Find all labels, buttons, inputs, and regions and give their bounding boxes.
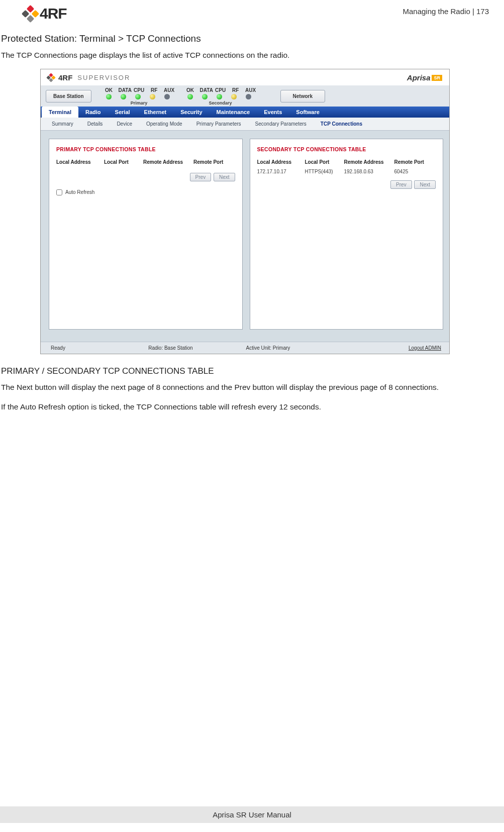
tables-subhead: PRIMARY / SECONDARY TCP CONNECTIONS TABL…	[0, 359, 504, 381]
col-remote-port: Remote Port	[394, 159, 432, 165]
led-icon	[106, 94, 112, 99]
led-icon	[246, 94, 251, 99]
next-button[interactable]: Next	[414, 180, 436, 189]
col-local-port: Local Port	[104, 159, 143, 165]
paragraph-auto-refresh: If the Auto Refresh option is ticked, th…	[0, 401, 504, 421]
paragraph-next-prev: The Next button will display the next pa…	[0, 381, 504, 401]
auto-refresh-checkbox[interactable]	[56, 189, 62, 195]
tab-terminal[interactable]: Terminal	[42, 107, 78, 118]
led-group-secondary: OK DATA CPU RF AUX	[185, 87, 256, 106]
document-body: Protected Station: Terminal > TCP Connec…	[0, 33, 504, 421]
tab-security[interactable]: Security	[173, 107, 209, 118]
table-row: 172.17.10.17 HTTPS(443) 192.168.0.63 604…	[257, 169, 436, 176]
led-col-aux: AUX	[164, 87, 175, 93]
col-remote-address: Remote Address	[344, 159, 394, 165]
auto-refresh-control[interactable]: Auto Refresh	[56, 181, 235, 195]
subtab-details[interactable]: Details	[80, 120, 110, 128]
tab-ethernet[interactable]: Ethernet	[137, 107, 174, 118]
col-local-address: Local Address	[56, 159, 104, 165]
cell-remote-address: 192.168.0.63	[344, 169, 394, 174]
led-col-ok: OK	[104, 87, 115, 93]
network-button[interactable]: Network	[280, 90, 325, 102]
led-group-primary: OK DATA CPU RF AUX	[104, 87, 175, 106]
cell-local-port: HTTPS(443)	[305, 169, 344, 174]
led-icon	[121, 94, 126, 99]
status-bar: Ready Radio: Base Station Active Unit: P…	[41, 342, 449, 354]
led-col-rf: RF	[149, 87, 160, 93]
status-ready: Ready	[51, 345, 148, 351]
secondary-table-title: SECONDARY TCP CONNECTIONS TABLE	[257, 146, 436, 159]
col-remote-port: Remote Port	[193, 159, 231, 165]
col-remote-address: Remote Address	[143, 159, 193, 165]
cell-local-address: 172.17.10.17	[257, 169, 305, 174]
page-footer: Aprisa SR User Manual	[0, 806, 504, 823]
secondary-table-header: Local Address Local Port Remote Address …	[257, 159, 436, 169]
led-icon	[231, 94, 237, 99]
led-icon	[187, 94, 193, 99]
prev-button[interactable]: Prev	[390, 180, 412, 189]
intro-paragraph: The TCP Connections page displays the li…	[0, 49, 504, 69]
supervisor-title: SUPERVISOR	[77, 74, 130, 81]
status-active-unit: Active Unit: Primary	[246, 345, 344, 351]
tab-software[interactable]: Software	[289, 107, 326, 118]
cell-remote-port: 60425	[394, 169, 432, 174]
led-icon	[202, 94, 208, 99]
col-local-port: Local Port	[305, 159, 344, 165]
logout-link[interactable]: Logout ADMIN	[344, 345, 441, 351]
sr-badge: SR	[432, 75, 442, 81]
supervisor-screenshot: 4RF SUPERVISOR AprisaSR Base Station OK …	[40, 69, 450, 354]
led-col-cpu: CPU	[134, 87, 145, 93]
led-col-ok: OK	[185, 87, 196, 93]
led-col-aux: AUX	[245, 87, 256, 93]
col-local-address: Local Address	[257, 159, 305, 165]
logo-diamond-icon	[46, 73, 55, 82]
logo-text: 4RF	[40, 5, 67, 22]
led-icon	[135, 94, 141, 99]
led-icon	[217, 94, 222, 99]
led-status-row: Base Station OK DATA CPU RF AUX	[41, 85, 449, 107]
sub-tabs: Summary Details Device Operating Mode Pr…	[41, 118, 449, 131]
led-col-data: DATA	[119, 87, 130, 93]
product-name: AprisaSR	[407, 73, 442, 82]
status-radio: Radio: Base Station	[148, 345, 246, 351]
primary-pager: Prev Next	[56, 169, 235, 181]
secondary-label: Secondary	[185, 99, 256, 106]
subtab-device[interactable]: Device	[110, 120, 139, 128]
led-icon	[164, 94, 170, 99]
base-station-button[interactable]: Base Station	[46, 90, 91, 102]
led-columns: OK DATA CPU RF AUX	[104, 87, 256, 106]
tab-serial[interactable]: Serial	[108, 107, 137, 118]
led-icon	[150, 94, 155, 99]
tab-events[interactable]: Events	[257, 107, 289, 118]
supervisor-header: 4RF SUPERVISOR AprisaSR	[41, 69, 449, 85]
subtab-operating-mode[interactable]: Operating Mode	[139, 120, 189, 128]
logo-diamond-icon	[22, 5, 39, 22]
secondary-pager: Prev Next	[257, 176, 436, 189]
secondary-panel: SECONDARY TCP CONNECTIONS TABLE Local Ad…	[250, 139, 444, 330]
auto-refresh-label: Auto Refresh	[65, 189, 94, 195]
primary-label: Primary	[104, 99, 175, 106]
subtab-tcp-connections[interactable]: TCP Connections	[314, 120, 369, 128]
subtab-secondary-parameters[interactable]: Secondary Parameters	[248, 120, 314, 128]
section-title: Protected Station: Terminal > TCP Connec…	[0, 33, 504, 49]
page-header: 4RF Managing the Radio | 173	[0, 5, 504, 22]
led-col-rf: RF	[230, 87, 241, 93]
brand-text: 4RF	[58, 73, 72, 82]
led-col-data: DATA	[200, 87, 211, 93]
prev-button[interactable]: Prev	[190, 173, 212, 181]
subtab-summary[interactable]: Summary	[45, 120, 80, 128]
subtab-primary-parameters[interactable]: Primary Parameters	[189, 120, 248, 128]
led-col-cpu: CPU	[215, 87, 226, 93]
next-button[interactable]: Next	[214, 173, 235, 181]
primary-table-title: PRIMARY TCP CONNECTIONS TABLE	[56, 146, 235, 159]
content-area: PRIMARY TCP CONNECTIONS TABLE Local Addr…	[41, 131, 449, 342]
logo-4rf: 4RF	[24, 5, 67, 22]
primary-panel: PRIMARY TCP CONNECTIONS TABLE Local Addr…	[49, 139, 243, 330]
primary-table-header: Local Address Local Port Remote Address …	[56, 159, 235, 169]
tab-maintenance[interactable]: Maintenance	[210, 107, 257, 118]
header-right: Managing the Radio | 173	[402, 5, 489, 16]
aprisa-text: Aprisa	[407, 73, 431, 82]
main-tabs: Terminal Radio Serial Ethernet Security …	[41, 107, 449, 118]
screenshot-wrapper: 4RF SUPERVISOR AprisaSR Base Station OK …	[0, 69, 504, 359]
tab-radio[interactable]: Radio	[78, 107, 108, 118]
